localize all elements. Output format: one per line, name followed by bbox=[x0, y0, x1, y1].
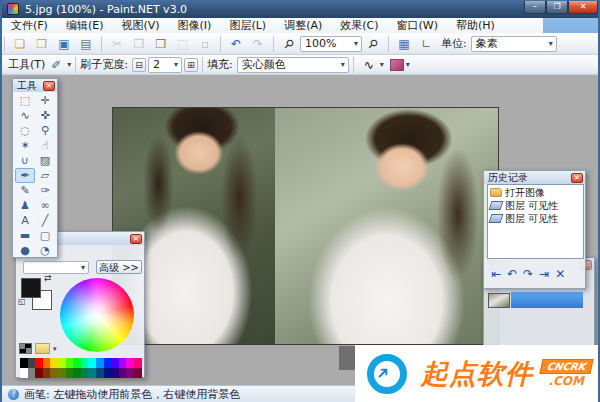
rectangle-select-tool[interactable]: ⬚ bbox=[15, 93, 35, 108]
history-redo-button[interactable]: ↷ bbox=[523, 267, 533, 281]
chevron-down-icon[interactable]: ▾ bbox=[53, 345, 57, 353]
paintbrush-tool[interactable]: ✒ bbox=[15, 168, 35, 183]
pencil-tool[interactable]: ✎ bbox=[15, 183, 35, 198]
rectangle-shape-tool[interactable]: ▬ bbox=[15, 228, 35, 243]
palette-swatch[interactable] bbox=[58, 368, 66, 378]
palette-swatch[interactable] bbox=[126, 358, 134, 368]
palette-swatch[interactable] bbox=[134, 358, 142, 368]
undo-button[interactable]: ↶ bbox=[226, 35, 246, 53]
chevron-down-icon[interactable]: ▾ bbox=[406, 60, 410, 69]
history-clear-button[interactable]: ✕ bbox=[555, 267, 565, 281]
zoom-in-button[interactable]: ⚲ bbox=[360, 30, 387, 57]
fill-style-combo[interactable]: 实心颜色 ▾ bbox=[237, 57, 349, 73]
paste-button[interactable]: ❒ bbox=[151, 35, 171, 53]
antialiasing-button[interactable]: ∿ bbox=[359, 56, 379, 74]
title-bar[interactable]: 5.jpg (100%) - Paint.NET v3.0 – ❐ ✕ bbox=[2, 0, 600, 18]
clone-stamp-tool[interactable]: ♟ bbox=[15, 198, 35, 213]
close-icon[interactable]: ✕ bbox=[130, 234, 142, 244]
palette-swatch[interactable] bbox=[66, 358, 74, 368]
palette-swatch[interactable] bbox=[111, 358, 119, 368]
menu-item[interactable]: 编辑(E) bbox=[57, 18, 113, 33]
palette-swatch[interactable] bbox=[28, 358, 36, 368]
ellipse-shape-tool[interactable]: ● bbox=[15, 243, 35, 258]
brush-width-increase-button[interactable]: ⊞ bbox=[184, 58, 198, 72]
magic-wand-tool[interactable]: ✶ bbox=[15, 138, 35, 153]
paint-bucket-tool[interactable]: ∪ bbox=[15, 153, 35, 168]
palette-swatch[interactable] bbox=[50, 368, 58, 378]
zoom-level-combo[interactable]: 100% ▾ bbox=[300, 36, 362, 52]
palette-swatch[interactable] bbox=[104, 358, 112, 368]
grid-toggle-button[interactable]: ▦ bbox=[394, 35, 414, 53]
maximize-button[interactable]: ❐ bbox=[546, 1, 568, 14]
freeform-shape-tool[interactable]: ◔ bbox=[35, 243, 55, 258]
palette-swatch[interactable] bbox=[50, 358, 58, 368]
palette-swatch[interactable] bbox=[111, 368, 119, 378]
palette-swatch[interactable] bbox=[43, 358, 51, 368]
menu-item[interactable]: 图层(L) bbox=[220, 18, 275, 33]
palette-swatch[interactable] bbox=[88, 368, 96, 378]
palette-swatch[interactable] bbox=[104, 368, 112, 378]
current-tool-button[interactable]: ✐ bbox=[46, 56, 66, 74]
text-tool[interactable]: A bbox=[15, 213, 35, 228]
palette-swatch[interactable] bbox=[96, 368, 104, 378]
move-pixels-tool[interactable]: ✛ bbox=[35, 93, 55, 108]
menu-item[interactable]: 帮助(H) bbox=[447, 18, 504, 33]
menu-item[interactable]: 调整(A) bbox=[275, 18, 331, 33]
zoom-out-button[interactable]: ⚲ bbox=[276, 30, 303, 57]
unit-combo[interactable]: 象素 ▾ bbox=[471, 36, 557, 52]
palette-menu-button[interactable] bbox=[35, 343, 50, 354]
palette-swatch[interactable] bbox=[20, 368, 28, 378]
brush-width-combo[interactable]: 2 ▾ bbox=[148, 57, 182, 73]
rounded-rectangle-tool[interactable]: ▢ bbox=[35, 228, 55, 243]
print-button[interactable]: ▤ bbox=[76, 35, 96, 53]
close-icon[interactable]: ✕ bbox=[43, 81, 55, 91]
open-file-button[interactable]: ❒ bbox=[32, 35, 52, 53]
blend-mode-button[interactable] bbox=[390, 59, 404, 71]
recolor-tool[interactable]: ∞ bbox=[35, 198, 55, 213]
tools-window-title-bar[interactable]: 工具 ✕ bbox=[13, 79, 57, 92]
history-item[interactable]: 图层 可见性 bbox=[488, 199, 583, 212]
chevron-down-icon[interactable]: ▾ bbox=[380, 60, 384, 69]
move-selection-tool[interactable]: ✜ bbox=[35, 108, 55, 123]
swap-colors-icon[interactable]: ⇄ bbox=[44, 273, 52, 283]
menu-item[interactable]: 效果(C) bbox=[331, 18, 387, 33]
palette-swatch[interactable] bbox=[43, 368, 51, 378]
palette-swatch[interactable] bbox=[119, 368, 127, 378]
ellipse-select-tool[interactable]: ◌ bbox=[15, 123, 35, 138]
palette-swatch[interactable] bbox=[66, 368, 74, 378]
palette-swatch[interactable] bbox=[73, 368, 81, 378]
palette-swatch[interactable] bbox=[58, 358, 66, 368]
history-fast-forward-button[interactable]: ⇥ bbox=[539, 267, 549, 281]
palette-swatch[interactable] bbox=[73, 358, 81, 368]
zoom-tool[interactable]: ⚲ bbox=[35, 123, 55, 138]
menu-item[interactable]: 文件(F) bbox=[2, 18, 57, 33]
menu-item[interactable]: 窗口(W) bbox=[388, 18, 447, 33]
palette-swatch[interactable] bbox=[20, 358, 28, 368]
palette-swatch[interactable] bbox=[119, 358, 127, 368]
image-canvas[interactable] bbox=[112, 107, 499, 345]
palette-swatch[interactable] bbox=[88, 358, 96, 368]
menu-item[interactable]: 视图(V) bbox=[112, 18, 168, 33]
history-rewind-button[interactable]: ⇤ bbox=[491, 267, 501, 281]
new-file-button[interactable]: ❏ bbox=[10, 35, 30, 53]
history-item[interactable]: 打开图像 bbox=[488, 186, 583, 199]
palette-swatch[interactable] bbox=[96, 358, 104, 368]
palette-swatch[interactable] bbox=[81, 368, 89, 378]
history-item[interactable]: 图层 可见性 bbox=[488, 212, 583, 225]
palette-swatch[interactable] bbox=[81, 358, 89, 368]
layer-row[interactable] bbox=[488, 292, 583, 308]
palette-swatch[interactable] bbox=[134, 368, 142, 378]
history-undo-button[interactable]: ↶ bbox=[507, 267, 517, 281]
eraser-tool[interactable]: ▱ bbox=[35, 168, 55, 183]
foreground-color-swatch[interactable] bbox=[21, 278, 41, 298]
minimize-button[interactable]: – bbox=[524, 1, 546, 14]
more-colors-button[interactable] bbox=[19, 343, 32, 354]
advanced-colors-button[interactable]: 高级 >> bbox=[96, 260, 142, 274]
color-picker-tool[interactable]: ✑ bbox=[35, 183, 55, 198]
ruler-toggle-button[interactable]: ∟ bbox=[416, 35, 436, 53]
palette-swatch[interactable] bbox=[35, 358, 43, 368]
lasso-select-tool[interactable]: ∿ bbox=[15, 108, 35, 123]
line-curve-tool[interactable]: ╱ bbox=[35, 213, 55, 228]
menu-item[interactable]: 图像(I) bbox=[169, 18, 221, 33]
palette-swatch[interactable] bbox=[35, 368, 43, 378]
